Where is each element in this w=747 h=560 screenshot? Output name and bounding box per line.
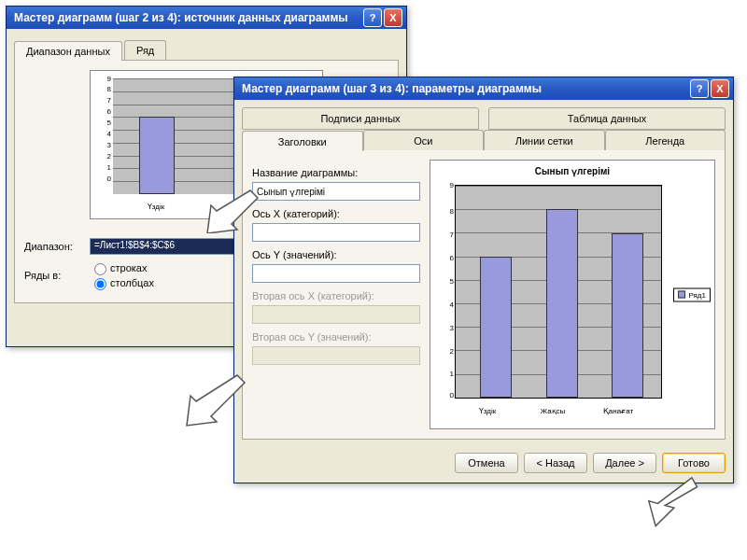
tab-gridlines[interactable]: Линии сетки <box>484 130 605 150</box>
bar <box>480 257 512 398</box>
help-icon[interactable]: ? <box>690 79 709 98</box>
ytick: 5 <box>96 119 111 127</box>
titles-form: Название диаграммы: Ось X (категорий): О… <box>252 160 420 429</box>
x-axis-input[interactable] <box>252 223 420 242</box>
xlabel: Қанағат <box>597 407 640 415</box>
svg-marker-1 <box>187 375 245 426</box>
ytick: 4 <box>96 130 111 138</box>
bar <box>546 209 578 398</box>
pointer-arrow-icon <box>183 371 248 427</box>
bar <box>139 117 175 194</box>
ytick: 3 <box>437 324 454 332</box>
ytick: 6 <box>437 254 454 262</box>
tabstrip: Диапазон данных Ряд <box>14 40 399 61</box>
preview-title: Сынып үлгерімі <box>430 166 714 176</box>
bar <box>612 233 643 398</box>
close-icon[interactable]: X <box>711 79 729 98</box>
titlebar[interactable]: Мастер диаграмм (шаг 2 из 4): источник д… <box>7 7 406 29</box>
range-label: Диапазон: <box>24 241 90 252</box>
chart-title-input[interactable] <box>252 182 420 201</box>
legend: Ряд1 <box>673 287 711 301</box>
ytick: 8 <box>96 85 111 93</box>
ytick: 1 <box>437 370 454 378</box>
close-icon[interactable]: X <box>384 8 402 27</box>
radio-cols-label: столбцах <box>110 277 154 288</box>
tab-series[interactable]: Ряд <box>124 40 166 60</box>
x2-axis-label: Вторая ось X (категорий): <box>252 290 420 301</box>
tab-legend[interactable]: Легенда <box>605 130 726 150</box>
y2-axis-input <box>252 346 420 365</box>
tab-data-table[interactable]: Таблица данных <box>488 107 726 130</box>
titlebar[interactable]: Мастер диаграмм (шаг 3 из 4): параметры … <box>234 77 733 100</box>
rows-in-label: Ряды в: <box>24 270 90 281</box>
radio-rows-input[interactable] <box>94 263 106 275</box>
ytick: 9 <box>437 181 454 189</box>
chart-title-label: Название диаграммы: <box>252 167 420 178</box>
ytick: 9 <box>96 75 111 83</box>
ytick: 5 <box>437 277 454 286</box>
radio-cols-input[interactable] <box>94 278 106 290</box>
svg-marker-0 <box>207 190 258 233</box>
window-title: Мастер диаграмм (шаг 3 из 4): параметры … <box>242 82 688 95</box>
ytick: 0 <box>96 175 111 183</box>
window-title: Мастер диаграмм (шаг 2 из 4): источник д… <box>14 11 361 24</box>
x2-axis-input <box>252 305 420 324</box>
chart-wizard-step3-window: Мастер диаграмм (шаг 3 из 4): параметры … <box>233 77 734 483</box>
chart-preview-large: Сынып үлгерімі 9 8 7 6 5 4 3 2 1 0 <box>430 160 715 429</box>
xlabel: Үздік <box>466 407 509 415</box>
y-axis-label: Ось Y (значений): <box>252 249 420 260</box>
ytick: 7 <box>96 96 111 105</box>
radio-rows-label: строках <box>110 262 147 273</box>
lower-tab-row: Заголовки Оси Линии сетки Легенда <box>234 130 733 150</box>
y-axis-input[interactable] <box>252 264 420 283</box>
legend-swatch <box>678 291 685 299</box>
help-icon[interactable]: ? <box>363 8 382 27</box>
svg-marker-2 <box>643 469 699 532</box>
legend-label: Ряд1 <box>688 290 706 299</box>
radio-rows[interactable]: строках <box>90 260 154 275</box>
xlabel: Үздік <box>133 203 179 211</box>
pointer-arrow-icon <box>204 187 260 233</box>
tab-data-labels[interactable]: Подписи данных <box>242 107 479 130</box>
pointer-arrow-icon <box>635 467 700 532</box>
ytick: 2 <box>96 152 111 161</box>
ytick: 7 <box>437 231 454 239</box>
ytick: 8 <box>437 207 454 216</box>
panel-body: Название диаграммы: Ось X (категорий): О… <box>242 150 726 440</box>
upper-tab-row: Подписи данных Таблица данных <box>234 100 733 130</box>
tab-titles[interactable]: Заголовки <box>242 131 363 151</box>
ytick: 4 <box>437 301 454 309</box>
ytick: 2 <box>437 347 454 356</box>
back-button[interactable]: < Назад <box>524 453 587 473</box>
tab-axes[interactable]: Оси <box>363 130 485 150</box>
radio-cols[interactable]: столбцах <box>90 275 154 290</box>
x-axis-label: Ось X (категорий): <box>252 208 420 219</box>
ytick: 1 <box>96 163 111 172</box>
ytick: 3 <box>96 141 111 149</box>
ytick: 0 <box>437 391 454 399</box>
ytick: 6 <box>96 107 111 116</box>
tab-data-range[interactable]: Диапазон данных <box>14 41 122 61</box>
xlabel: Жақсы <box>531 407 574 415</box>
plot-area: 9 8 7 6 5 4 3 2 1 0 <box>455 185 662 399</box>
y2-axis-label: Вторая ось Y (значений): <box>252 331 420 343</box>
cancel-button[interactable]: Отмена <box>455 453 518 473</box>
